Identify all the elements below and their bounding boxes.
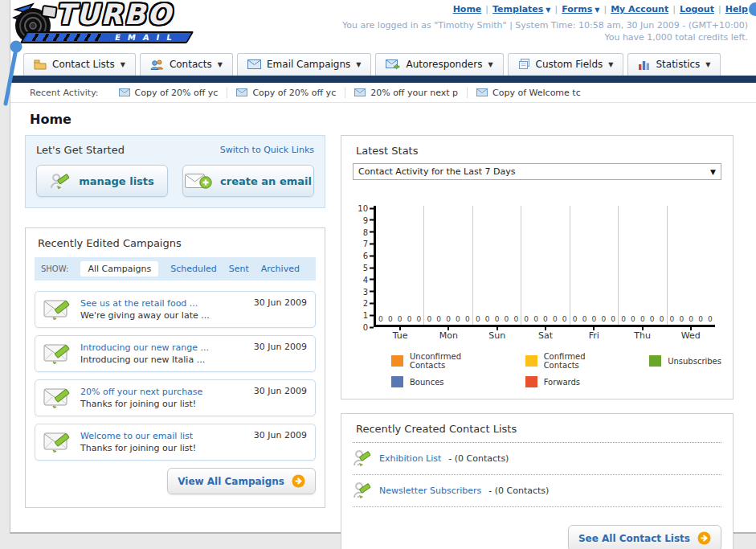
campaign-title-link[interactable]: See us at the retail food ...: [80, 297, 210, 309]
chart-zero-label: 0: [670, 315, 675, 323]
y-axis-tick: 6: [363, 252, 374, 260]
chart-day-group: 00000: [473, 206, 521, 325]
x-tick-label: Mon: [424, 330, 472, 341]
filter-scheduled[interactable]: Scheduled: [170, 264, 217, 274]
tab-label: Autoresponders: [406, 59, 482, 70]
campaign-title-link[interactable]: Introducing our new range ...: [80, 342, 209, 354]
y-axis-tick: 8: [363, 227, 374, 236]
campaign-row[interactable]: Introducing our new range ...Introducing…: [35, 335, 316, 372]
chevron-down-icon: ▼: [705, 61, 710, 68]
campaign-subtitle: We're giving away our late ...: [80, 309, 210, 322]
campaign-text: Introducing our new range ...Introducing…: [80, 342, 209, 366]
chart-zero-label: 0: [476, 315, 480, 323]
recent-activity-item[interactable]: Copy of 20% off yc: [227, 88, 345, 98]
campaign-row[interactable]: Welcome to our email listThanks for join…: [35, 424, 316, 461]
recent-activity-item-label: Copy of 20% off yc: [252, 88, 336, 98]
top-link-logout[interactable]: Logout: [680, 4, 714, 14]
x-tick-label: Wed: [667, 330, 715, 341]
tab-email-campaigns[interactable]: Email Campaigns▼: [237, 53, 371, 76]
chevron-down-icon: ▼: [608, 61, 613, 68]
chart-zero-label: 0: [533, 315, 538, 323]
top-link-my-account[interactable]: My Account: [611, 4, 668, 14]
chart-plot-area: 00000000000000000000000000000000000: [374, 206, 715, 327]
top-link-help[interactable]: Help: [725, 4, 748, 14]
contact-list-name-link[interactable]: Newsletter Subscribers: [379, 485, 481, 496]
manage-lists-button[interactable]: manage lists: [36, 165, 168, 197]
recent-activity-item[interactable]: 20% off your next p: [345, 88, 467, 98]
chart-zero-label: 0: [553, 315, 558, 323]
app-logo: TURBO EMAIL: [12, 2, 205, 48]
right-column: Latest Stats Contact Activity for the La…: [341, 135, 734, 549]
chart-zero-label: 0: [485, 315, 490, 323]
y-tick-label: 7: [363, 240, 368, 248]
stats-dropdown[interactable]: Contact Activity for the Last 7 Days ▼: [353, 163, 721, 180]
campaign-row[interactable]: 20% off your next purchaseThanks for joi…: [35, 379, 316, 416]
campaign-envelope-icon: [43, 298, 72, 320]
button-label: create an email: [220, 175, 312, 187]
tab-label: Statistics: [656, 59, 700, 70]
manage-lists-icon: [50, 170, 71, 191]
chart-value-labels: 00000: [424, 315, 472, 323]
link-separator: |: [672, 4, 676, 14]
tab-label: Email Campaigns: [267, 59, 350, 70]
chart-day-group: 00000: [521, 206, 570, 325]
header-right: Home|Templates▼|Forms▼|My Account|Logout…: [342, 4, 748, 43]
link-separator: |: [485, 4, 488, 14]
campaign-row[interactable]: See us at the retail food ...We're givin…: [35, 291, 316, 328]
create-an-email-button[interactable]: create an email: [182, 165, 314, 197]
see-all-contact-lists-label: See All Contact Lists: [578, 533, 690, 544]
y-tick-mark: [370, 207, 374, 209]
top-link-home[interactable]: Home: [453, 4, 482, 14]
legend-color-swatch: [391, 376, 403, 387]
top-nav-links: Home|Templates▼|Forms▼|My Account|Logout…: [342, 4, 748, 14]
campaign-title-link[interactable]: Welcome to our email list: [80, 430, 196, 442]
filter-sent[interactable]: Sent: [229, 264, 249, 274]
top-link-templates[interactable]: Templates: [492, 4, 543, 14]
chart-zero-label: 0: [679, 315, 684, 323]
x-axis-label-cell: Thu: [618, 327, 666, 341]
contact-list-row[interactable]: Exhibition List- (0 Contacts): [353, 443, 721, 475]
x-axis-label-cell: Wed: [667, 327, 715, 341]
tab-statistics[interactable]: Statistics▼: [627, 53, 721, 76]
y-axis-tick: 3: [363, 287, 374, 296]
y-tick-mark: [370, 314, 374, 316]
chart-day-group: 00000: [570, 206, 619, 325]
tab-autoresponders[interactable]: Autoresponders▼: [375, 53, 503, 76]
tab-contacts[interactable]: Contacts▼: [140, 53, 233, 76]
y-tick-mark: [370, 267, 374, 268]
legend-item: Forwards: [525, 376, 622, 387]
recent-activity-item[interactable]: Copy of Welcome tc: [467, 88, 590, 98]
x-tick-label: Tue: [376, 330, 424, 341]
switch-quick-links-link[interactable]: Switch to Quick Links: [220, 145, 314, 155]
tab-label: Contact Lists: [52, 59, 115, 70]
campaign-title-link[interactable]: 20% off your next purchase: [80, 386, 202, 398]
chart-day-group: 00000: [424, 206, 472, 325]
recent-activity-item[interactable]: Copy of 20% off yc: [110, 88, 227, 98]
y-tick-mark: [370, 231, 374, 233]
contact-list-count: - (0 Contacts): [488, 485, 549, 496]
tab-custom-fields[interactable]: Custom Fields▼: [508, 53, 624, 76]
contact-list-name-link[interactable]: Exhibition List: [379, 453, 441, 464]
tab-contact-lists[interactable]: Contact Lists▼: [23, 53, 136, 76]
filter-archived[interactable]: Archived: [261, 264, 300, 274]
envelope-icon: [247, 59, 261, 69]
chart-value-labels: 00000: [376, 315, 423, 323]
see-all-contact-lists-button[interactable]: See All Contact Lists: [568, 525, 721, 549]
y-tick-mark: [370, 291, 374, 293]
header: TURBO EMAIL Home|Templates▼|Forms▼|My Ac…: [10, 0, 756, 51]
chart-zero-label: 0: [427, 315, 431, 323]
left-column: Let's Get Started Switch to Quick Links …: [25, 135, 325, 524]
legend-item: Unconfirmed Contacts: [391, 352, 498, 370]
top-link-forms[interactable]: Forms: [562, 4, 592, 14]
filter-all-campaigns[interactable]: All Campaigns: [80, 261, 158, 277]
chart-day-group: 00000: [668, 206, 715, 325]
latest-stats-panel: Latest Stats Contact Activity for the La…: [341, 135, 734, 399]
chart-value-labels: 00000: [668, 315, 715, 323]
contact-list-icon: [353, 448, 372, 469]
view-all-campaigns-button[interactable]: View All Campaigns: [167, 468, 316, 494]
chart-legend: Unconfirmed ContactsConfirmed ContactsUn…: [391, 352, 721, 387]
ra-envelope-icon: [236, 88, 247, 96]
link-separator: |: [555, 4, 558, 14]
stats-dropdown-value: Contact Activity for the Last 7 Days: [358, 166, 515, 177]
contact-list-row[interactable]: Newsletter Subscribers- (0 Contacts): [353, 475, 721, 507]
